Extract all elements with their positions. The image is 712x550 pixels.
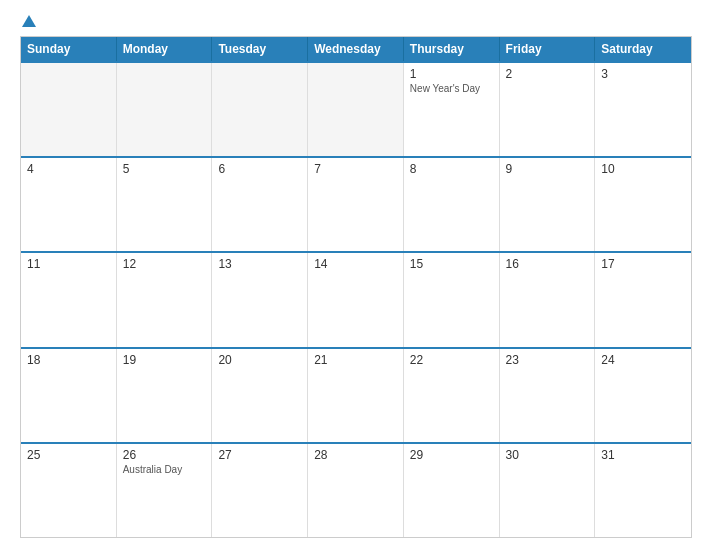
day-number: 1 xyxy=(410,67,493,81)
day-number: 27 xyxy=(218,448,301,462)
day-cell: 19 xyxy=(117,349,213,442)
day-cell: 16 xyxy=(500,253,596,346)
day-number: 28 xyxy=(314,448,397,462)
day-cell: 1New Year's Day xyxy=(404,63,500,156)
day-cell: 24 xyxy=(595,349,691,442)
day-header-friday: Friday xyxy=(500,37,596,61)
day-number: 21 xyxy=(314,353,397,367)
day-number: 29 xyxy=(410,448,493,462)
week-4: 18192021222324 xyxy=(21,347,691,442)
week-2: 45678910 xyxy=(21,156,691,251)
day-cell: 26Australia Day xyxy=(117,444,213,537)
day-cell: 2 xyxy=(500,63,596,156)
day-cell: 21 xyxy=(308,349,404,442)
day-cell xyxy=(117,63,213,156)
day-cell: 9 xyxy=(500,158,596,251)
day-number: 12 xyxy=(123,257,206,271)
header xyxy=(20,16,692,28)
day-cell: 12 xyxy=(117,253,213,346)
day-cell xyxy=(212,63,308,156)
week-3: 11121314151617 xyxy=(21,251,691,346)
day-header-monday: Monday xyxy=(117,37,213,61)
day-cell: 23 xyxy=(500,349,596,442)
day-number: 10 xyxy=(601,162,685,176)
day-number: 26 xyxy=(123,448,206,462)
logo xyxy=(20,16,36,28)
day-cell: 13 xyxy=(212,253,308,346)
day-number: 14 xyxy=(314,257,397,271)
day-number: 30 xyxy=(506,448,589,462)
week-5: 2526Australia Day2728293031 xyxy=(21,442,691,537)
day-cell: 14 xyxy=(308,253,404,346)
day-cell xyxy=(21,63,117,156)
day-cell: 15 xyxy=(404,253,500,346)
day-number: 7 xyxy=(314,162,397,176)
day-number: 19 xyxy=(123,353,206,367)
day-number: 20 xyxy=(218,353,301,367)
day-cell: 30 xyxy=(500,444,596,537)
day-cell: 17 xyxy=(595,253,691,346)
day-header-sunday: Sunday xyxy=(21,37,117,61)
day-header-tuesday: Tuesday xyxy=(212,37,308,61)
day-cell: 11 xyxy=(21,253,117,346)
day-number: 3 xyxy=(601,67,685,81)
day-header-saturday: Saturday xyxy=(595,37,691,61)
day-cell: 18 xyxy=(21,349,117,442)
day-cell: 8 xyxy=(404,158,500,251)
day-number: 9 xyxy=(506,162,589,176)
day-number: 6 xyxy=(218,162,301,176)
day-number: 11 xyxy=(27,257,110,271)
day-headers: SundayMondayTuesdayWednesdayThursdayFrid… xyxy=(21,37,691,61)
day-cell: 27 xyxy=(212,444,308,537)
day-event: New Year's Day xyxy=(410,83,493,94)
day-header-thursday: Thursday xyxy=(404,37,500,61)
day-cell: 5 xyxy=(117,158,213,251)
day-number: 22 xyxy=(410,353,493,367)
week-1: 1New Year's Day23 xyxy=(21,61,691,156)
day-number: 13 xyxy=(218,257,301,271)
day-cell: 3 xyxy=(595,63,691,156)
day-number: 25 xyxy=(27,448,110,462)
day-cell: 6 xyxy=(212,158,308,251)
day-number: 8 xyxy=(410,162,493,176)
day-cell: 22 xyxy=(404,349,500,442)
day-cell: 29 xyxy=(404,444,500,537)
page: SundayMondayTuesdayWednesdayThursdayFrid… xyxy=(0,0,712,550)
logo-triangle-icon xyxy=(22,15,36,27)
day-cell xyxy=(308,63,404,156)
day-number: 23 xyxy=(506,353,589,367)
day-number: 15 xyxy=(410,257,493,271)
day-number: 18 xyxy=(27,353,110,367)
day-number: 17 xyxy=(601,257,685,271)
day-cell: 10 xyxy=(595,158,691,251)
day-number: 16 xyxy=(506,257,589,271)
day-number: 24 xyxy=(601,353,685,367)
day-number: 31 xyxy=(601,448,685,462)
day-number: 5 xyxy=(123,162,206,176)
day-cell: 28 xyxy=(308,444,404,537)
day-event: Australia Day xyxy=(123,464,206,475)
day-number: 4 xyxy=(27,162,110,176)
day-number: 2 xyxy=(506,67,589,81)
day-header-wednesday: Wednesday xyxy=(308,37,404,61)
day-cell: 4 xyxy=(21,158,117,251)
day-cell: 25 xyxy=(21,444,117,537)
day-cell: 7 xyxy=(308,158,404,251)
calendar: SundayMondayTuesdayWednesdayThursdayFrid… xyxy=(20,36,692,538)
weeks: 1New Year's Day2345678910111213141516171… xyxy=(21,61,691,537)
day-cell: 31 xyxy=(595,444,691,537)
day-cell: 20 xyxy=(212,349,308,442)
